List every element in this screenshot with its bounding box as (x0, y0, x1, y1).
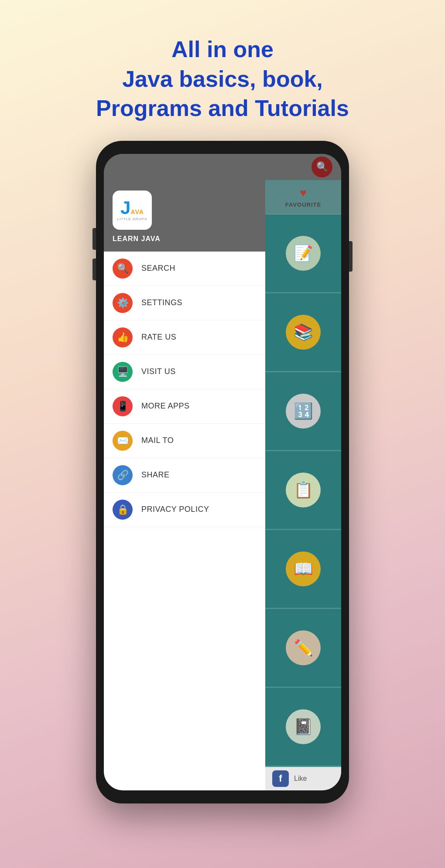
volume-up-button (92, 228, 96, 250)
rate-menu-icon: 👍 (113, 327, 133, 347)
more-label: MORE APPS (141, 402, 190, 411)
menu-item-visit[interactable]: 🖥️ VISIT US (104, 355, 265, 389)
content-tile-4[interactable]: 📋 (265, 451, 341, 530)
phone-screen: 🔍 J AVA LITTLE DROPS LEARN JAVA (104, 154, 341, 790)
mail-menu-icon: ✉️ (113, 431, 133, 451)
drawer-header: J AVA LITTLE DROPS LEARN JAVA (104, 180, 265, 252)
search-label: SEARCH (141, 264, 175, 273)
content-tile-3[interactable]: 🔢 (265, 372, 341, 451)
heart-icon: ♥ (300, 186, 306, 200)
favourite-label: FAVOURITE (285, 201, 321, 208)
app-name: LEARN JAVA (113, 235, 161, 243)
favourite-bar[interactable]: ♥ FAVOURITE (265, 180, 341, 214)
screen-content: J AVA LITTLE DROPS LEARN JAVA 🔍 SEARCH ⚙… (104, 180, 341, 790)
content-tile-1[interactable]: 📝 (265, 214, 341, 293)
content-tile-7[interactable]: 📓 (265, 688, 341, 767)
content-tile-6[interactable]: ✏️ (265, 609, 341, 688)
content-tile-5[interactable]: 📖 (265, 530, 341, 609)
facebook-icon[interactable]: f (272, 770, 289, 787)
settings-menu-icon: ⚙️ (113, 293, 133, 313)
power-button (349, 241, 353, 272)
menu-item-rate[interactable]: 👍 RATE US (104, 320, 265, 355)
share-menu-icon: 🔗 (113, 465, 133, 485)
rate-label: RATE US (141, 333, 176, 342)
privacy-label: PRIVACY POLICY (141, 505, 209, 514)
search-menu-icon: 🔍 (113, 259, 133, 279)
search-icon[interactable]: 🔍 (312, 157, 332, 177)
like-text[interactable]: Like (294, 775, 307, 783)
visit-label: VISIT US (141, 367, 176, 376)
privacy-menu-icon: 🔒 (113, 500, 133, 520)
menu-item-more[interactable]: 📱 MORE APPS (104, 389, 265, 424)
settings-label: SETTINGS (141, 298, 182, 307)
menu-item-share[interactable]: 🔗 SHARE (104, 458, 265, 493)
share-label: SHARE (141, 470, 170, 480)
tile-icon-5: 📖 (286, 551, 321, 586)
menu-item-search[interactable]: 🔍 SEARCH (104, 252, 265, 286)
more-menu-icon: 📱 (113, 396, 133, 416)
page-header: All in one Java basics, book, Programs a… (70, 0, 375, 141)
tile-icon-6: ✏️ (286, 630, 321, 665)
bottom-bar: f Like (265, 767, 341, 790)
logo-j: J (120, 199, 130, 217)
logo-sub: LITTLE DROPS (117, 217, 147, 221)
page-title: All in one Java basics, book, Programs a… (96, 35, 349, 123)
menu-item-privacy[interactable]: 🔒 PRIVACY POLICY (104, 493, 265, 527)
menu-item-settings[interactable]: ⚙️ SETTINGS (104, 286, 265, 320)
tile-icon-4: 📋 (286, 473, 321, 507)
tile-icon-3: 🔢 (286, 394, 321, 429)
volume-down-button (92, 259, 96, 280)
mail-label: MAIL TO (141, 436, 174, 445)
app-logo: J AVA LITTLE DROPS (113, 191, 152, 230)
tiles-container: 📝 📚 🔢 📋 📖 ✏️ (265, 214, 341, 767)
menu-item-mail[interactable]: ✉️ MAIL TO (104, 424, 265, 458)
visit-menu-icon: 🖥️ (113, 362, 133, 382)
tile-icon-2: 📚 (286, 315, 321, 350)
tile-icon-1: 📝 (286, 236, 321, 271)
nav-drawer: J AVA LITTLE DROPS LEARN JAVA 🔍 SEARCH ⚙… (104, 180, 265, 790)
logo-ava: AVA (130, 208, 144, 215)
tile-icon-7: 📓 (286, 709, 321, 744)
content-tile-2[interactable]: 📚 (265, 293, 341, 372)
content-panel: ♥ FAVOURITE 📝 📚 🔢 📋 (265, 180, 341, 790)
phone-frame: 🔍 J AVA LITTLE DROPS LEARN JAVA (96, 141, 349, 803)
top-bar: 🔍 (104, 154, 341, 180)
